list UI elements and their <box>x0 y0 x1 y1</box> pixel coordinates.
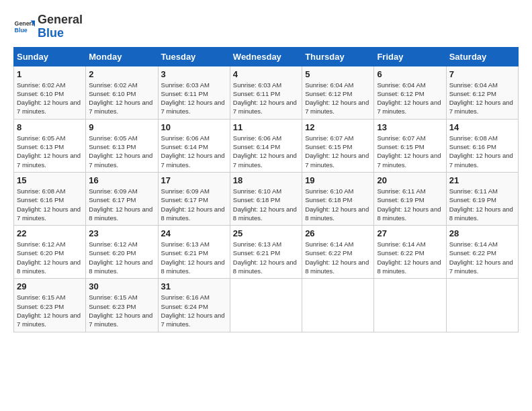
day-info: Sunrise: 6:12 AM Sunset: 6:20 PM Dayligh… <box>89 240 154 275</box>
calendar-cell: 21 Sunrise: 6:11 AM Sunset: 6:19 PM Dayl… <box>446 172 518 225</box>
col-header-sunday: Sunday <box>14 47 86 66</box>
calendar-cell: 17 Sunrise: 6:09 AM Sunset: 6:17 PM Dayl… <box>158 172 230 225</box>
day-info: Sunrise: 6:08 AM Sunset: 6:16 PM Dayligh… <box>449 134 515 169</box>
calendar-cell: 3 Sunrise: 6:03 AM Sunset: 6:11 PM Dayli… <box>158 66 230 119</box>
day-number: 1 <box>17 69 83 79</box>
day-number: 26 <box>305 228 371 238</box>
col-header-friday: Friday <box>374 47 446 66</box>
logo-blue: Blue <box>38 26 64 40</box>
day-number: 4 <box>233 69 299 79</box>
calendar-cell: 6 Sunrise: 6:04 AM Sunset: 6:12 PM Dayli… <box>374 66 446 119</box>
calendar-week-4: 22 Sunrise: 6:12 AM Sunset: 6:20 PM Dayl… <box>14 226 519 279</box>
day-number: 8 <box>17 122 83 132</box>
calendar-cell: 9 Sunrise: 6:05 AM Sunset: 6:13 PM Dayli… <box>86 119 158 172</box>
calendar-cell: 29 Sunrise: 6:15 AM Sunset: 6:23 PM Dayl… <box>14 279 86 332</box>
day-info: Sunrise: 6:15 AM Sunset: 6:23 PM Dayligh… <box>17 293 83 328</box>
day-number: 5 <box>305 69 371 79</box>
logo: General Blue General Blue <box>13 13 83 40</box>
day-number: 16 <box>89 175 154 185</box>
day-info: Sunrise: 6:05 AM Sunset: 6:13 PM Dayligh… <box>17 134 83 169</box>
calendar-cell: 24 Sunrise: 6:13 AM Sunset: 6:21 PM Dayl… <box>158 226 230 279</box>
day-number: 29 <box>17 281 83 291</box>
day-number: 18 <box>233 175 299 185</box>
calendar-cell: 13 Sunrise: 6:07 AM Sunset: 6:15 PM Dayl… <box>374 119 446 172</box>
day-number: 20 <box>377 175 443 185</box>
day-info: Sunrise: 6:14 AM Sunset: 6:22 PM Dayligh… <box>377 240 443 275</box>
calendar-week-2: 8 Sunrise: 6:05 AM Sunset: 6:13 PM Dayli… <box>14 119 519 172</box>
day-number: 23 <box>89 228 154 238</box>
day-info: Sunrise: 6:12 AM Sunset: 6:20 PM Dayligh… <box>17 240 83 275</box>
calendar-cell: 28 Sunrise: 6:14 AM Sunset: 6:22 PM Dayl… <box>446 226 518 279</box>
day-number: 21 <box>449 175 515 185</box>
day-number: 10 <box>161 122 227 132</box>
day-info: Sunrise: 6:04 AM Sunset: 6:12 PM Dayligh… <box>377 81 443 116</box>
day-number: 12 <box>305 122 371 132</box>
calendar-cell: 20 Sunrise: 6:11 AM Sunset: 6:19 PM Dayl… <box>374 172 446 225</box>
day-info: Sunrise: 6:13 AM Sunset: 6:21 PM Dayligh… <box>161 240 227 275</box>
col-header-saturday: Saturday <box>446 47 518 66</box>
col-header-monday: Monday <box>86 47 158 66</box>
day-number: 6 <box>377 69 443 79</box>
calendar-cell: 25 Sunrise: 6:13 AM Sunset: 6:21 PM Dayl… <box>230 226 302 279</box>
day-info: Sunrise: 6:11 AM Sunset: 6:19 PM Dayligh… <box>377 187 443 222</box>
calendar-cell <box>302 279 374 332</box>
calendar-body: 1 Sunrise: 6:02 AM Sunset: 6:10 PM Dayli… <box>14 66 519 332</box>
calendar-cell: 23 Sunrise: 6:12 AM Sunset: 6:20 PM Dayl… <box>86 226 158 279</box>
col-header-tuesday: Tuesday <box>158 47 230 66</box>
calendar-cell: 30 Sunrise: 6:15 AM Sunset: 6:23 PM Dayl… <box>86 279 158 332</box>
day-info: Sunrise: 6:05 AM Sunset: 6:13 PM Dayligh… <box>89 134 154 169</box>
day-info: Sunrise: 6:04 AM Sunset: 6:12 PM Dayligh… <box>305 81 371 116</box>
day-info: Sunrise: 6:09 AM Sunset: 6:17 PM Dayligh… <box>89 187 154 222</box>
calendar-cell: 27 Sunrise: 6:14 AM Sunset: 6:22 PM Dayl… <box>374 226 446 279</box>
logo-text: General Blue <box>38 13 83 40</box>
day-info: Sunrise: 6:11 AM Sunset: 6:19 PM Dayligh… <box>449 187 515 222</box>
day-number: 31 <box>161 281 227 291</box>
day-number: 14 <box>449 122 515 132</box>
day-number: 27 <box>377 228 443 238</box>
calendar-cell <box>446 279 518 332</box>
calendar-cell: 5 Sunrise: 6:04 AM Sunset: 6:12 PM Dayli… <box>302 66 374 119</box>
calendar-cell: 14 Sunrise: 6:08 AM Sunset: 6:16 PM Dayl… <box>446 119 518 172</box>
day-info: Sunrise: 6:10 AM Sunset: 6:18 PM Dayligh… <box>305 187 371 222</box>
col-header-wednesday: Wednesday <box>230 47 302 66</box>
calendar-cell: 12 Sunrise: 6:07 AM Sunset: 6:15 PM Dayl… <box>302 119 374 172</box>
day-number: 25 <box>233 228 299 238</box>
day-number: 2 <box>89 69 154 79</box>
day-info: Sunrise: 6:02 AM Sunset: 6:10 PM Dayligh… <box>89 81 154 116</box>
logo-general: General <box>38 13 83 26</box>
day-info: Sunrise: 6:03 AM Sunset: 6:11 PM Dayligh… <box>161 81 227 116</box>
day-info: Sunrise: 6:03 AM Sunset: 6:11 PM Dayligh… <box>233 81 299 116</box>
calendar-header-row: SundayMondayTuesdayWednesdayThursdayFrid… <box>14 47 519 66</box>
calendar-cell <box>230 279 302 332</box>
day-number: 24 <box>161 228 227 238</box>
calendar-cell: 19 Sunrise: 6:10 AM Sunset: 6:18 PM Dayl… <box>302 172 374 225</box>
day-info: Sunrise: 6:07 AM Sunset: 6:15 PM Dayligh… <box>377 134 443 169</box>
day-info: Sunrise: 6:10 AM Sunset: 6:18 PM Dayligh… <box>233 187 299 222</box>
calendar-week-3: 15 Sunrise: 6:08 AM Sunset: 6:16 PM Dayl… <box>14 172 519 225</box>
day-number: 28 <box>449 228 515 238</box>
day-info: Sunrise: 6:06 AM Sunset: 6:14 PM Dayligh… <box>161 134 227 169</box>
day-info: Sunrise: 6:08 AM Sunset: 6:16 PM Dayligh… <box>17 187 83 222</box>
day-info: Sunrise: 6:14 AM Sunset: 6:22 PM Dayligh… <box>305 240 371 275</box>
page-header: General Blue General Blue <box>13 13 519 40</box>
calendar-cell: 16 Sunrise: 6:09 AM Sunset: 6:17 PM Dayl… <box>86 172 158 225</box>
calendar-cell: 2 Sunrise: 6:02 AM Sunset: 6:10 PM Dayli… <box>86 66 158 119</box>
calendar-cell: 10 Sunrise: 6:06 AM Sunset: 6:14 PM Dayl… <box>158 119 230 172</box>
logo-icon: General Blue <box>13 16 35 38</box>
day-number: 13 <box>377 122 443 132</box>
day-number: 11 <box>233 122 299 132</box>
calendar-cell: 26 Sunrise: 6:14 AM Sunset: 6:22 PM Dayl… <box>302 226 374 279</box>
calendar-week-5: 29 Sunrise: 6:15 AM Sunset: 6:23 PM Dayl… <box>14 279 519 332</box>
calendar-cell: 8 Sunrise: 6:05 AM Sunset: 6:13 PM Dayli… <box>14 119 86 172</box>
calendar-cell: 31 Sunrise: 6:16 AM Sunset: 6:24 PM Dayl… <box>158 279 230 332</box>
day-info: Sunrise: 6:02 AM Sunset: 6:10 PM Dayligh… <box>17 81 83 116</box>
day-number: 3 <box>161 69 227 79</box>
calendar-week-1: 1 Sunrise: 6:02 AM Sunset: 6:10 PM Dayli… <box>14 66 519 119</box>
calendar-cell: 18 Sunrise: 6:10 AM Sunset: 6:18 PM Dayl… <box>230 172 302 225</box>
calendar-table: SundayMondayTuesdayWednesdayThursdayFrid… <box>13 47 519 332</box>
day-info: Sunrise: 6:09 AM Sunset: 6:17 PM Dayligh… <box>161 187 227 222</box>
day-number: 7 <box>449 69 515 79</box>
day-info: Sunrise: 6:13 AM Sunset: 6:21 PM Dayligh… <box>233 240 299 275</box>
day-number: 19 <box>305 175 371 185</box>
calendar-cell <box>374 279 446 332</box>
